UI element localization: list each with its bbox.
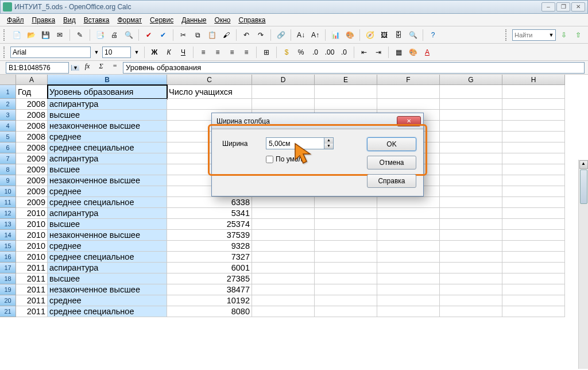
cell-H18[interactable] [502, 273, 565, 284]
cell-B5[interactable]: среднее [48, 132, 167, 142]
cell-A15[interactable]: 2010 [16, 241, 48, 252]
cell-C12[interactable]: 5341 [167, 208, 252, 219]
col-header-G[interactable]: G [440, 75, 502, 85]
minimize-button[interactable]: – [541, 2, 555, 11]
cut-icon[interactable]: ✂ [177, 29, 189, 41]
row-header-18[interactable]: 18 [0, 273, 16, 284]
cell-G16[interactable] [440, 252, 502, 263]
find-next-icon[interactable]: ⇩ [558, 29, 570, 41]
cell-G6[interactable] [440, 142, 502, 153]
cell-E2[interactable] [315, 99, 377, 110]
cell-G15[interactable] [440, 241, 502, 252]
cell-B4[interactable]: незаконченное высшее [48, 121, 167, 132]
col-header-F[interactable]: F [377, 75, 440, 85]
preview-icon[interactable]: 🔍 [122, 29, 135, 41]
cell-A5[interactable]: 2008 [16, 132, 48, 142]
cell-C11[interactable]: 6338 [167, 197, 252, 208]
cell-E17[interactable] [315, 263, 377, 273]
cell-H3[interactable] [502, 110, 565, 121]
maximize-button[interactable]: ❐ [556, 2, 570, 11]
navigator-icon[interactable]: 🧭 [363, 29, 376, 41]
cell-H2[interactable] [502, 99, 565, 110]
cell-D18[interactable] [252, 273, 315, 284]
cell-G7[interactable] [440, 153, 502, 164]
cell-B3[interactable]: высшее [48, 110, 167, 121]
row-header-2[interactable]: 2 [0, 99, 16, 110]
col-header-H[interactable]: H [502, 75, 565, 85]
underline-icon[interactable]: Ч [177, 46, 189, 59]
cell-D17[interactable] [252, 263, 315, 273]
cell-B13[interactable]: высшее [48, 219, 167, 230]
fontcolor-icon[interactable]: A [421, 46, 434, 59]
cell-G14[interactable] [440, 230, 502, 241]
merge-cells-icon[interactable]: ⊞ [260, 46, 273, 59]
cell-H7[interactable] [502, 153, 565, 164]
dialog-titlebar[interactable]: Ширина столбца ✕ [212, 113, 423, 129]
cell-A20[interactable]: 2011 [16, 295, 48, 306]
cell-A18[interactable]: 2011 [16, 273, 48, 284]
cell-G4[interactable] [440, 121, 502, 132]
align-center-icon[interactable]: ≡ [211, 46, 224, 59]
menu-формат[interactable]: Формат [114, 15, 145, 25]
cell-A17[interactable]: 2011 [16, 263, 48, 273]
cell-E13[interactable] [315, 219, 377, 230]
cell-H16[interactable] [502, 252, 565, 263]
name-box-dropdown-icon[interactable]: ▼ [71, 65, 79, 71]
chart-icon[interactable]: 📊 [329, 29, 342, 41]
cell-G21[interactable] [440, 306, 502, 317]
borders-icon[interactable]: ▦ [392, 46, 405, 59]
cell-H4[interactable] [502, 121, 565, 132]
cell-A3[interactable]: 2008 [16, 110, 48, 121]
find-box[interactable]: ▼ [512, 29, 556, 41]
cell-E12[interactable] [315, 208, 377, 219]
menu-окно[interactable]: Окно [211, 15, 234, 25]
cell-D11[interactable] [252, 197, 315, 208]
help-button[interactable]: Справка [367, 174, 416, 188]
cell-A2[interactable]: 2008 [16, 99, 48, 110]
cell-F13[interactable] [377, 219, 440, 230]
function-wizard-icon[interactable]: fx [82, 62, 93, 74]
currency-icon[interactable]: $ [280, 46, 293, 59]
row-header-5[interactable]: 5 [0, 132, 16, 142]
align-justify-icon[interactable]: ≡ [240, 46, 253, 59]
cell-B2[interactable]: аспирантура [48, 99, 167, 110]
sum-icon[interactable]: Σ [95, 62, 107, 74]
cell-B17[interactable]: аспирантура [48, 263, 167, 273]
cell-H12[interactable] [502, 208, 565, 219]
cell-F1[interactable] [377, 85, 440, 99]
col-header-E[interactable]: E [315, 75, 377, 85]
formula-input[interactable]: Уровень образования [123, 62, 585, 74]
gallery-icon[interactable]: 🖼 [378, 29, 390, 41]
cell-C17[interactable]: 6001 [167, 263, 252, 273]
cell-A14[interactable]: 2010 [16, 230, 48, 241]
toolbar-handle[interactable] [3, 29, 6, 41]
cell-A13[interactable]: 2010 [16, 219, 48, 230]
row-header-4[interactable]: 4 [0, 121, 16, 132]
cell-H15[interactable] [502, 241, 565, 252]
cell-A11[interactable]: 2009 [16, 197, 48, 208]
cell-H19[interactable] [502, 284, 565, 295]
cell-G9[interactable] [440, 175, 502, 186]
row-header-12[interactable]: 12 [0, 208, 16, 219]
cell-F16[interactable] [377, 252, 440, 263]
cell-A6[interactable]: 2008 [16, 142, 48, 153]
cell-F12[interactable] [377, 208, 440, 219]
cell-B8[interactable]: высшее [48, 164, 167, 175]
cell-C13[interactable]: 25374 [167, 219, 252, 230]
cell-H21[interactable] [502, 306, 565, 317]
dialog-close-icon[interactable]: ✕ [397, 116, 421, 126]
cell-B14[interactable]: незаконченное высшее [48, 230, 167, 241]
find-input[interactable] [513, 32, 547, 38]
cell-E19[interactable] [315, 284, 377, 295]
font-dropdown-icon[interactable]: ▼ [92, 46, 100, 59]
align-right-icon[interactable]: ≡ [226, 46, 238, 59]
cell-E16[interactable] [315, 252, 377, 263]
row-header-11[interactable]: 11 [0, 197, 16, 208]
row-header-6[interactable]: 6 [0, 142, 16, 153]
cell-D19[interactable] [252, 284, 315, 295]
cell-G5[interactable] [440, 132, 502, 142]
toolbar-handle[interactable] [3, 47, 6, 58]
cell-A8[interactable]: 2009 [16, 164, 48, 175]
cell-H11[interactable] [502, 197, 565, 208]
cell-D15[interactable] [252, 241, 315, 252]
